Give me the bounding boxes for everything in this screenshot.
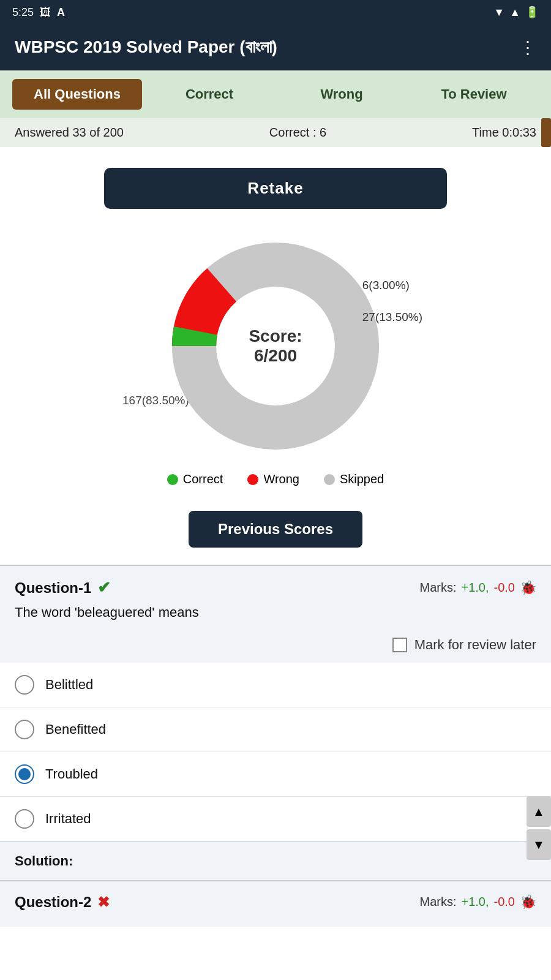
correct-pct-label: 6(3.00%) (362, 279, 422, 292)
wrong-pct-label: 27(13.50%) (362, 311, 422, 324)
retake-button-wrap: Retake (0, 162, 551, 224)
menu-icon[interactable]: ⋮ (519, 37, 536, 58)
filter-tabs: All Questions Correct Wrong To Review (0, 70, 551, 118)
donut-svg (159, 230, 392, 462)
skipped-legend-label: Skipped (340, 472, 384, 486)
page-title: WBPSC 2019 Solved Paper (বাংলা) (15, 37, 277, 58)
options-list: Belittled Benefitted Troubled Irritated (0, 663, 551, 842)
legend-skipped: Skipped (324, 472, 384, 486)
option-belittled-text: Belittled (45, 677, 93, 693)
correct-legend-dot (167, 474, 178, 485)
q2-marks-positive: +1.0, (461, 895, 489, 909)
question-1-header: Question-1 ✔ Marks: +1.0, -0.0 🐞 (15, 578, 536, 597)
legend-wrong: Wrong (247, 472, 299, 486)
option-benefitted[interactable]: Benefitted (0, 707, 551, 752)
question-1-text: The word 'beleaguered' means (15, 603, 536, 622)
question-2-title: Question-2 ✖ (15, 894, 110, 911)
marks-label-text: Marks: (419, 581, 456, 595)
status-time: 5:25 (12, 6, 34, 19)
stats-bar: Answered 33 of 200 Correct : 6 Time 0:0:… (0, 118, 551, 147)
retake-button[interactable]: Retake (104, 168, 447, 209)
donut-chart: Score: 6/200 (159, 230, 392, 462)
chart-right-labels: 6(3.00%) 27(13.50%) (362, 279, 422, 324)
previous-scores-wrap: Previous Scores (0, 499, 551, 565)
review-label: Mark for review later (414, 637, 536, 653)
scroll-up-button[interactable]: ▲ (527, 796, 551, 827)
chart-outer: 167(83.50%) (122, 230, 429, 462)
question-1-title: Question-1 ✔ (15, 578, 111, 597)
legend-correct: Correct (167, 472, 223, 486)
battery-icon: 🔋 (525, 6, 539, 19)
wrong-legend-label: Wrong (263, 472, 299, 486)
option-belittled[interactable]: Belittled (0, 663, 551, 707)
skipped-legend-dot (324, 474, 335, 485)
wrong-legend-dot (247, 474, 258, 485)
mark-review-checkbox[interactable] (392, 638, 407, 652)
option-troubled-text: Troubled (45, 766, 98, 782)
signal-icon: ▲ (509, 6, 520, 19)
marks-positive: +1.0, (461, 581, 489, 595)
correct-count: Correct : 6 (269, 126, 326, 140)
option-troubled[interactable]: Troubled (0, 752, 551, 797)
stats-bar-wrap: Answered 33 of 200 Correct : 6 Time 0:0:… (0, 118, 551, 147)
radio-irritated[interactable] (15, 809, 34, 829)
question-1-card: Question-1 ✔ Marks: +1.0, -0.0 🐞 The wor… (0, 565, 551, 663)
tab-to-review[interactable]: To Review (409, 79, 539, 110)
option-irritated-text: Irritated (45, 811, 91, 827)
gallery-icon: 🖼 (40, 6, 51, 19)
solution-row: Solution: (0, 842, 551, 880)
tab-correct[interactable]: Correct (144, 79, 274, 110)
status-bar: 5:25 🖼 A ▼ ▲ 🔋 (0, 0, 551, 24)
correct-legend-label: Correct (183, 472, 223, 486)
option-irritated[interactable]: Irritated (0, 797, 551, 842)
wifi-icon: ▼ (493, 6, 504, 19)
radio-benefitted[interactable] (15, 720, 34, 739)
main-content: Retake 167(83.50%) (0, 147, 551, 927)
radio-troubled[interactable] (15, 764, 34, 784)
time-display: Time 0:0:33 (472, 126, 536, 140)
tab-wrong[interactable]: Wrong (277, 79, 407, 110)
option-benefitted-text: Benefitted (45, 722, 106, 737)
chart-legend: Correct Wrong Skipped (167, 472, 384, 486)
wrong-cross-icon: ✖ (97, 894, 110, 911)
bug-icon[interactable]: 🐞 (520, 580, 536, 596)
previous-scores-button[interactable]: Previous Scores (189, 511, 362, 548)
scroll-down-button[interactable]: ▼ (527, 829, 551, 860)
radio-troubled-fill (18, 768, 31, 780)
tab-all-questions[interactable]: All Questions (12, 79, 142, 110)
correct-check-icon: ✔ (97, 578, 111, 597)
review-row: Mark for review later (15, 631, 536, 663)
question-2-marks: Marks: +1.0, -0.0 🐞 (419, 894, 536, 910)
question-2-id: Question-2 (15, 894, 91, 911)
scroll-hint-bar (541, 118, 551, 147)
q2-marks-label: Marks: (419, 895, 456, 909)
status-bar-right: ▼ ▲ 🔋 (493, 6, 539, 19)
question-1-id: Question-1 (15, 579, 91, 597)
q2-marks-negative: -0.0 (494, 895, 515, 909)
chart-area: 167(83.50%) (0, 224, 551, 499)
solution-label: Solution: (15, 853, 73, 869)
top-bar: WBPSC 2019 Solved Paper (বাংলা) ⋮ (0, 24, 551, 70)
q2-bug-icon[interactable]: 🐞 (520, 894, 536, 910)
question-2-header: Question-2 ✖ Marks: +1.0, -0.0 🐞 (15, 894, 536, 911)
marks-negative: -0.0 (494, 581, 515, 595)
scroll-buttons: ▲ ▼ (527, 796, 551, 860)
question-1-marks: Marks: +1.0, -0.0 🐞 (419, 580, 536, 596)
radio-belittled[interactable] (15, 675, 34, 695)
question-2-card: Question-2 ✖ Marks: +1.0, -0.0 🐞 (0, 880, 551, 927)
status-bar-left: 5:25 🖼 A (12, 6, 65, 19)
answered-count: Answered 33 of 200 (15, 126, 124, 140)
a-icon: A (57, 6, 65, 19)
